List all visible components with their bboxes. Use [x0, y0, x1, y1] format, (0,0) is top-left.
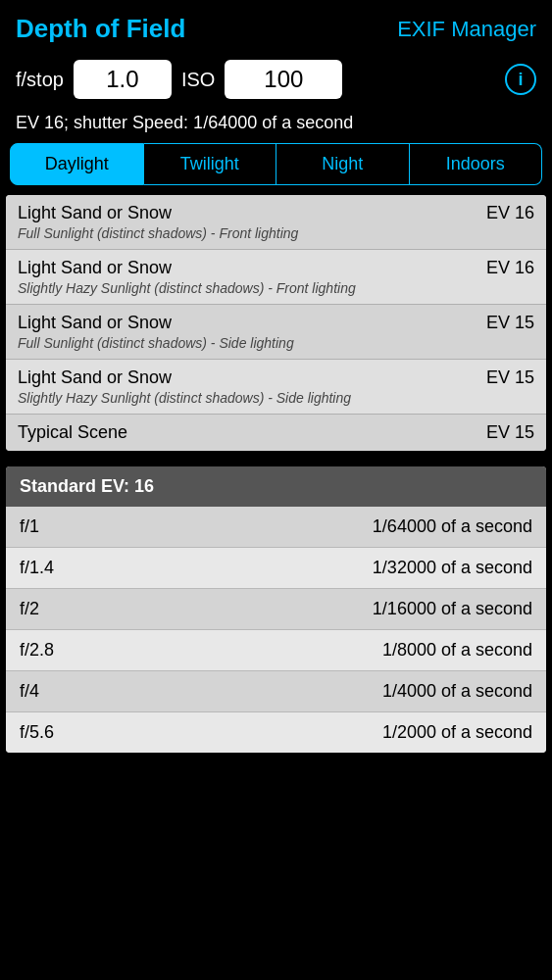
fstop-label: f/stop — [16, 69, 64, 91]
app-header: Depth of Field EXIF Manager — [0, 0, 552, 54]
info-icon[interactable]: i — [505, 64, 536, 95]
scene-list: Light Sand or Snow EV 16 Full Sunlight (… — [6, 195, 546, 451]
tab-night[interactable]: Night — [276, 143, 410, 185]
shutter-value: 1/16000 of a second — [373, 599, 532, 619]
list-item[interactable]: Light Sand or Snow EV 15 Full Sunlight (… — [6, 305, 546, 360]
exif-manager-link[interactable]: EXIF Manager — [397, 17, 536, 42]
fstop-value: f/4 — [20, 681, 98, 702]
list-item[interactable]: Light Sand or Snow EV 16 Full Sunlight (… — [6, 195, 546, 250]
fstop-input[interactable] — [74, 60, 172, 99]
scene-ev-value: EV 16 — [486, 258, 534, 278]
scene-ev-value: EV 15 — [486, 368, 534, 388]
list-item[interactable]: Light Sand or Snow EV 15 Slightly Hazy S… — [6, 360, 546, 415]
lighting-tabs: Daylight Twilight Night Indoors — [0, 143, 552, 195]
fstop-value: f/2 — [20, 599, 98, 619]
fstop-value: f/1.4 — [20, 558, 98, 578]
scene-ev-value: EV 15 — [486, 313, 534, 333]
shutter-value: 1/4000 of a second — [382, 681, 532, 702]
app-title: Depth of Field — [16, 14, 185, 44]
tab-indoors[interactable]: Indoors — [410, 143, 543, 185]
table-row: f/1.4 1/32000 of a second — [6, 548, 546, 589]
shutter-value: 1/32000 of a second — [373, 558, 532, 578]
scene-description: Full Sunlight (distinct shadows) - Front… — [18, 225, 534, 241]
ev-table-header: Standard EV: 16 — [6, 466, 546, 507]
scene-description: Slightly Hazy Sunlight (distinct shadows… — [18, 280, 534, 296]
scene-name: Light Sand or Snow — [18, 203, 172, 223]
scene-ev-value: EV 16 — [486, 203, 534, 223]
scene-name: Light Sand or Snow — [18, 258, 172, 278]
iso-label: ISO — [181, 69, 215, 91]
scene-name: Light Sand or Snow — [18, 313, 172, 333]
fstop-value: f/5.6 — [20, 722, 98, 743]
ev-table-section: Standard EV: 16 f/1 1/64000 of a second … — [6, 466, 546, 753]
fstop-value: f/1 — [20, 516, 98, 537]
table-row: f/2 1/16000 of a second — [6, 589, 546, 630]
scene-name: Typical Scene — [18, 422, 127, 443]
scene-description: Full Sunlight (distinct shadows) - Side … — [18, 335, 534, 351]
table-row: f/5.6 1/2000 of a second — [6, 712, 546, 753]
scene-name: Light Sand or Snow — [18, 368, 172, 388]
shutter-value: 1/64000 of a second — [373, 516, 532, 537]
scene-ev-value: EV 15 — [486, 422, 534, 443]
tab-twilight[interactable]: Twilight — [144, 143, 277, 185]
list-item[interactable]: Typical Scene EV 15 — [6, 415, 546, 451]
shutter-value: 1/2000 of a second — [382, 722, 532, 743]
table-row: f/2.8 1/8000 of a second — [6, 630, 546, 671]
ev-info-text: EV 16; shutter Speed: 1/64000 of a secon… — [0, 109, 552, 143]
scene-description: Slightly Hazy Sunlight (distinct shadows… — [18, 390, 534, 406]
iso-input[interactable] — [225, 60, 342, 99]
controls-row: f/stop ISO i — [0, 54, 552, 109]
tab-daylight[interactable]: Daylight — [10, 143, 144, 185]
list-item[interactable]: Light Sand or Snow EV 16 Slightly Hazy S… — [6, 250, 546, 305]
table-row: f/4 1/4000 of a second — [6, 671, 546, 712]
shutter-value: 1/8000 of a second — [382, 640, 532, 661]
table-row: f/1 1/64000 of a second — [6, 507, 546, 548]
fstop-value: f/2.8 — [20, 640, 98, 661]
